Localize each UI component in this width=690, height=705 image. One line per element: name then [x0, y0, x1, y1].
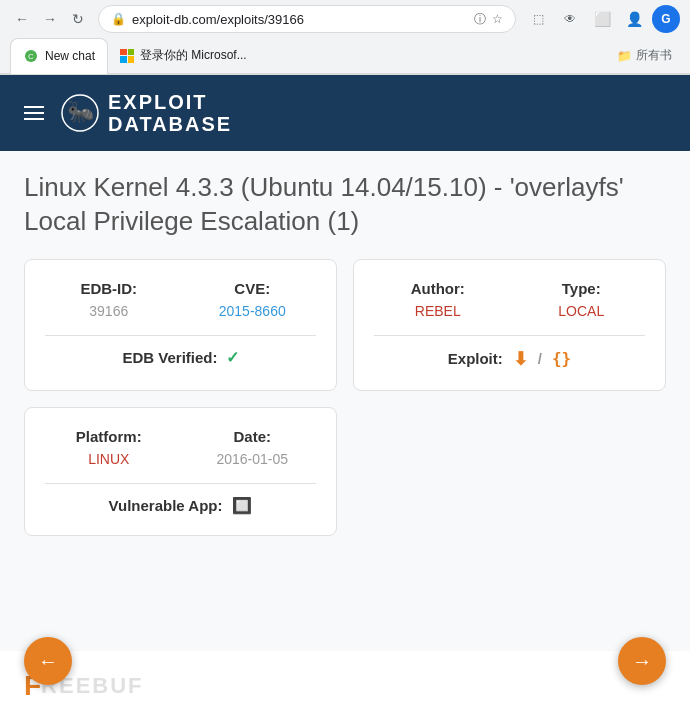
- profile-button[interactable]: G: [652, 5, 680, 33]
- address-url: exploit-db.com/exploits/39166: [132, 12, 468, 27]
- cards-row-bottom: Platform: LINUX Date: 2016-01-05 Vulnera…: [24, 407, 666, 536]
- edb-cve-grid: EDB-ID: 39166 CVE: 2015-8660: [45, 280, 316, 319]
- info-icon: ⓘ: [474, 11, 486, 28]
- card-platform-date: Platform: LINUX Date: 2016-01-05 Vulnera…: [24, 407, 337, 536]
- type-value[interactable]: LOCAL: [518, 303, 646, 319]
- nav-buttons: ← → ↻: [10, 7, 90, 31]
- code-icon[interactable]: {}: [552, 349, 571, 368]
- browser-chrome: ← → ↻ 🔒 exploit-db.com/exploits/39166 ⓘ …: [0, 0, 690, 75]
- profile-icon-btn[interactable]: 👤: [620, 5, 648, 33]
- logo-line2: DATABASE: [108, 113, 232, 135]
- microsoft-icon: [120, 49, 134, 63]
- svg-text:🐜: 🐜: [67, 98, 95, 125]
- toolbar-icons: ⬚ 👁 ⬜ 👤 G: [524, 5, 680, 33]
- page-content: 🐜 EXPLOIT DATABASE Linux Kernel 4.3.3 (U…: [0, 75, 690, 705]
- date-value: 2016-01-05: [189, 451, 317, 467]
- tab-new-chat-label: New chat: [45, 49, 95, 63]
- main-content: Linux Kernel 4.3.3 (Ubuntu 14.04/15.10) …: [0, 151, 690, 651]
- vulnerable-app-icon[interactable]: 🔲: [232, 496, 252, 515]
- site-header: 🐜 EXPLOIT DATABASE: [0, 75, 690, 151]
- cast-button[interactable]: ⬚: [524, 5, 552, 33]
- edb-id-label: EDB-ID:: [45, 280, 173, 297]
- platform-value[interactable]: LINUX: [45, 451, 173, 467]
- card-author-type: Author: REBEL Type: LOCAL Exploit: ⬇ / {…: [353, 259, 666, 391]
- edb-id-item: EDB-ID: 39166: [45, 280, 173, 319]
- prev-arrow-button[interactable]: ←: [24, 637, 72, 685]
- vulnerable-app-row: Vulnerable App: 🔲: [45, 496, 316, 515]
- hamburger-menu[interactable]: [24, 106, 44, 120]
- star-icon: ☆: [492, 12, 503, 26]
- card-divider-3: [45, 483, 316, 484]
- page-bottom: F REEBUF: [0, 651, 690, 705]
- tab-microsoft[interactable]: 登录你的 Microsof...: [108, 38, 259, 74]
- lock-icon: 🔒: [111, 12, 126, 26]
- logo-text: EXPLOIT DATABASE: [108, 91, 232, 135]
- platform-date-grid: Platform: LINUX Date: 2016-01-05: [45, 428, 316, 467]
- author-type-grid: Author: REBEL Type: LOCAL: [374, 280, 645, 319]
- forward-button[interactable]: →: [38, 7, 62, 31]
- card-edb-cve: EDB-ID: 39166 CVE: 2015-8660 EDB Verifie…: [24, 259, 337, 391]
- tab-microsoft-label: 登录你的 Microsof...: [140, 47, 247, 64]
- back-button[interactable]: ←: [10, 7, 34, 31]
- verified-label: EDB Verified:: [122, 349, 217, 366]
- logo-ant-icon: 🐜: [60, 93, 100, 133]
- bookmarks-label: 所有书: [636, 47, 672, 64]
- address-bar[interactable]: 🔒 exploit-db.com/exploits/39166 ⓘ ☆: [98, 5, 516, 33]
- cve-item: CVE: 2015-8660: [189, 280, 317, 319]
- extensions-button[interactable]: ⬜: [588, 5, 616, 33]
- bookmarks-icon: 📁: [617, 49, 632, 63]
- exploit-row: Exploit: ⬇ / {}: [374, 348, 645, 370]
- next-arrow-button[interactable]: →: [618, 637, 666, 685]
- cve-label: CVE:: [189, 280, 317, 297]
- eye-slash-button[interactable]: 👁: [556, 5, 584, 33]
- author-label: Author:: [374, 280, 502, 297]
- tab-new-chat[interactable]: C New chat: [10, 38, 108, 74]
- browser-toolbar: ← → ↻ 🔒 exploit-db.com/exploits/39166 ⓘ …: [0, 0, 690, 38]
- check-icon: ✓: [226, 348, 239, 367]
- exploit-title: Linux Kernel 4.3.3 (Ubuntu 14.04/15.10) …: [24, 171, 666, 239]
- edb-id-value: 39166: [45, 303, 173, 319]
- verified-row: EDB Verified: ✓: [45, 348, 316, 367]
- tabs-bar: C New chat 登录你的 Microsof... 📁 所有书: [0, 38, 690, 74]
- refresh-button[interactable]: ↻: [66, 7, 90, 31]
- exploit-separator: /: [538, 350, 542, 367]
- date-label: Date:: [189, 428, 317, 445]
- type-item: Type: LOCAL: [518, 280, 646, 319]
- cve-value[interactable]: 2015-8660: [189, 303, 317, 319]
- card-divider-2: [374, 335, 645, 336]
- exploit-label: Exploit:: [448, 350, 503, 367]
- author-value[interactable]: REBEL: [374, 303, 502, 319]
- card-divider-1: [45, 335, 316, 336]
- type-label: Type:: [518, 280, 646, 297]
- logo-line1: EXPLOIT: [108, 91, 232, 113]
- vulnerable-app-label: Vulnerable App:: [109, 497, 223, 514]
- tab-favicon: C: [23, 48, 39, 64]
- date-item: Date: 2016-01-05: [189, 428, 317, 467]
- platform-label: Platform:: [45, 428, 173, 445]
- download-icon[interactable]: ⬇: [513, 348, 528, 370]
- site-logo: 🐜 EXPLOIT DATABASE: [60, 91, 232, 135]
- platform-item: Platform: LINUX: [45, 428, 173, 467]
- cards-row-top: EDB-ID: 39166 CVE: 2015-8660 EDB Verifie…: [24, 259, 666, 391]
- bookmarks-button[interactable]: 📁 所有书: [609, 43, 680, 68]
- author-item: Author: REBEL: [374, 280, 502, 319]
- svg-text:C: C: [28, 52, 34, 61]
